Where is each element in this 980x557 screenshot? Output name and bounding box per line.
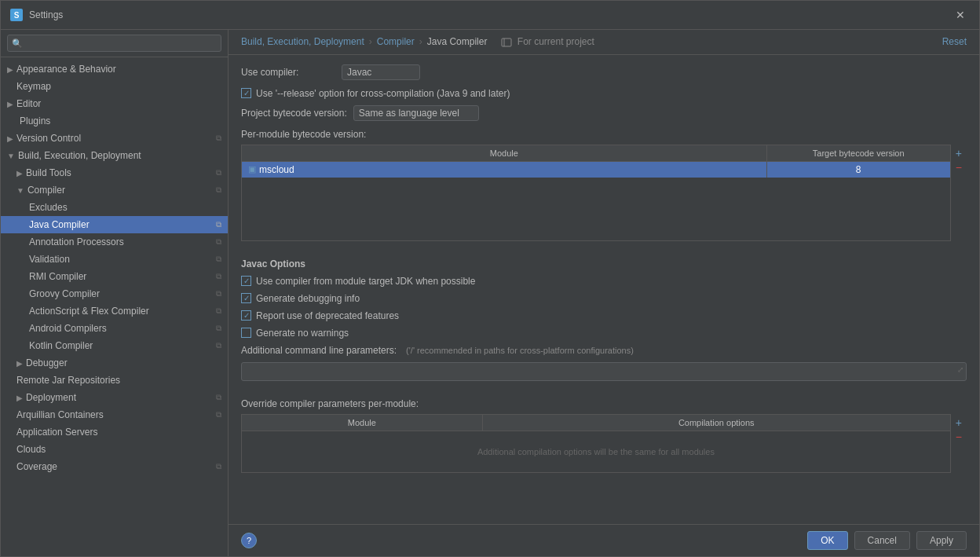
search-wrapper: 🔍	[7, 35, 221, 52]
version-cell[interactable]: 8	[766, 162, 950, 178]
option1-checkbox[interactable]	[241, 276, 251, 286]
table-empty-area	[242, 178, 950, 240]
override-table: Module Compilation options Additional co…	[241, 414, 951, 476]
sidebar-item-groovy-compiler[interactable]: Groovy Compiler ⧉	[1, 285, 228, 302]
table-container: Module Target bytecode version ▣ mscloud…	[241, 145, 951, 241]
compiler-select[interactable]: Javac Eclipse Ajc	[342, 64, 420, 80]
sidebar-item-label: Groovy Compiler	[29, 288, 216, 299]
override-module-header: Module	[242, 415, 483, 431]
use-compiler-label: Use compiler:	[241, 67, 335, 78]
option3-label: Report use of deprecated features	[256, 310, 399, 321]
sidebar-item-remote-jar[interactable]: Remote Jar Repositories	[1, 372, 228, 389]
sidebar-item-keymap[interactable]: Keymap	[1, 78, 228, 95]
close-button[interactable]: ✕	[951, 7, 970, 23]
sidebar: 🔍 ▶ Appearance & Behavior Keymap ▶ Edito…	[1, 30, 229, 556]
copy-icon: ⧉	[216, 341, 221, 350]
panel-content: Use compiler: Javac Eclipse Ajc Use '--r…	[229, 55, 979, 524]
additional-cmd-input[interactable]	[241, 362, 967, 381]
sidebar-item-build-execution-deployment[interactable]: ▼ Build, Execution, Deployment	[1, 147, 228, 164]
project-icon	[501, 37, 512, 48]
override-side-buttons: + −	[951, 414, 967, 476]
sidebar-item-version-control[interactable]: ▶ Version Control ⧉	[1, 130, 228, 147]
copy-icon: ⧉	[216, 220, 221, 229]
sidebar-item-validation[interactable]: Validation ⧉	[1, 251, 228, 268]
apply-button[interactable]: Apply	[916, 531, 967, 550]
sidebar-item-java-compiler[interactable]: Java Compiler ⧉	[1, 216, 228, 233]
app-icon: S	[10, 9, 23, 21]
option4-checkbox[interactable]	[241, 328, 251, 338]
use-compiler-row: Use compiler: Javac Eclipse Ajc	[241, 64, 967, 80]
project-bytecode-row: Project bytecode version: Same as langua…	[241, 105, 967, 121]
table-side-buttons: + −	[951, 145, 967, 251]
sidebar-item-kotlin-compiler[interactable]: Kotlin Compiler ⧉	[1, 337, 228, 354]
help-button[interactable]: ?	[241, 533, 257, 548]
module-table-section: Module Target bytecode version ▣ mscloud…	[241, 145, 967, 251]
sidebar-item-coverage[interactable]: Coverage ⧉	[1, 458, 228, 475]
cancel-button[interactable]: Cancel	[854, 531, 910, 550]
sidebar-item-annotation-processors[interactable]: Annotation Processors ⧉	[1, 233, 228, 251]
add-module-button[interactable]: +	[953, 146, 965, 160]
expand-arrow: ▶	[7, 134, 13, 143]
sidebar-item-compiler[interactable]: ▼ Compiler ⧉	[1, 181, 228, 199]
copy-icon: ⧉	[216, 272, 221, 281]
sidebar-item-appearance-behavior[interactable]: ▶ Appearance & Behavior	[1, 60, 228, 78]
override-table-section: Module Compilation options Additional co…	[241, 414, 967, 476]
copy-icon: ⧉	[216, 168, 221, 178]
sidebar-item-deployment[interactable]: ▶ Deployment ⧉	[1, 389, 228, 406]
option4-row[interactable]: Generate no warnings	[241, 328, 967, 339]
sidebar-item-arquillian[interactable]: Arquillian Containers ⧉	[1, 406, 228, 423]
expand-arrow: ▶	[7, 100, 13, 108]
settings-dialog: S Settings ✕ 🔍 ▶ Appearance & Behavior	[0, 0, 980, 557]
sidebar-item-label: RMI Compiler	[29, 271, 216, 282]
option2-checkbox[interactable]	[241, 293, 251, 303]
sidebar-item-actionscript-flex[interactable]: ActionScript & Flex Compiler ⧉	[1, 302, 228, 320]
sidebar-item-android-compilers[interactable]: Android Compilers ⧉	[1, 320, 228, 337]
javac-options-title: Javac Options	[241, 258, 967, 269]
expand-arrow: ▶	[16, 169, 23, 178]
sidebar-item-editor[interactable]: ▶ Editor	[1, 95, 228, 112]
expand-arrow: ▶	[16, 394, 23, 402]
sidebar-item-application-servers[interactable]: Application Servers	[1, 423, 228, 441]
remove-module-button[interactable]: −	[953, 160, 965, 174]
sidebar-item-rmi-compiler[interactable]: RMI Compiler ⧉	[1, 268, 228, 285]
copy-icon: ⧉	[216, 462, 221, 471]
release-option-checkbox[interactable]	[241, 88, 251, 98]
sidebar-item-clouds[interactable]: Clouds	[1, 441, 228, 458]
option3-checkbox[interactable]	[241, 310, 251, 321]
sidebar-item-debugger[interactable]: ▶ Debugger	[1, 354, 228, 372]
option2-row[interactable]: Generate debugging info	[241, 293, 967, 304]
sidebar-item-label: Version Control	[16, 133, 216, 144]
title-bar: S Settings ✕	[1, 1, 979, 30]
copy-icon: ⧉	[216, 393, 221, 402]
table-header: Module Target bytecode version	[242, 145, 950, 162]
breadcrumb: Build, Execution, Deployment › Compiler …	[229, 30, 979, 55]
sidebar-item-excludes[interactable]: Excludes	[1, 199, 228, 216]
reset-button[interactable]: Reset	[942, 36, 967, 47]
add-override-button[interactable]: +	[953, 416, 965, 430]
copy-icon: ⧉	[216, 237, 221, 247]
release-option-row[interactable]: Use '--release' option for cross-compila…	[241, 88, 967, 99]
breadcrumb-java-compiler: Java Compiler	[427, 36, 488, 47]
breadcrumb-build[interactable]: Build, Execution, Deployment	[241, 36, 364, 47]
copy-icon: ⧉	[216, 410, 221, 420]
sidebar-item-build-tools[interactable]: ▶ Build Tools ⧉	[1, 164, 228, 181]
sidebar-item-label: Arquillian Containers	[16, 409, 216, 420]
search-input[interactable]	[7, 35, 221, 52]
tree: ▶ Appearance & Behavior Keymap ▶ Editor …	[1, 57, 228, 556]
table-row[interactable]: ▣ mscloud 8	[242, 162, 950, 178]
sidebar-item-plugins[interactable]: Plugins	[1, 112, 228, 130]
project-bytecode-select[interactable]: Same as language level 8 11 17	[353, 105, 479, 121]
sidebar-item-label: Annotation Processors	[29, 236, 216, 247]
option1-row[interactable]: Use compiler from module target JDK when…	[241, 276, 967, 287]
sidebar-item-label: Keymap	[16, 81, 221, 92]
breadcrumb-compiler[interactable]: Compiler	[377, 36, 415, 47]
main-panel: Build, Execution, Deployment › Compiler …	[229, 30, 979, 556]
cmd-hint: ('/' recommended in paths for cross-plat…	[406, 346, 634, 355]
ok-button[interactable]: OK	[807, 531, 847, 550]
breadcrumb-sep-1: ›	[369, 36, 372, 47]
cmd-input-wrapper: ⤢	[241, 362, 967, 389]
option3-row[interactable]: Report use of deprecated features	[241, 310, 967, 321]
remove-override-button[interactable]: −	[953, 430, 965, 444]
svg-rect-0	[502, 38, 511, 46]
sidebar-item-label: Kotlin Compiler	[29, 340, 216, 351]
